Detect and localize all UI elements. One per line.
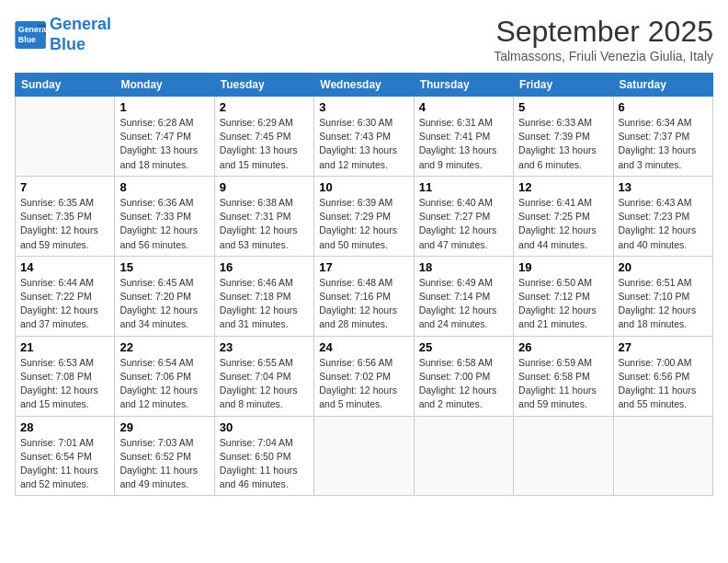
day-info: Sunrise: 6:59 AMSunset: 6:58 PMDaylight:… xyxy=(518,356,608,412)
day-info: Sunrise: 6:53 AMSunset: 7:08 PMDaylight:… xyxy=(20,356,109,412)
calendar-cell: 18Sunrise: 6:49 AMSunset: 7:14 PMDayligh… xyxy=(414,256,513,336)
day-number: 4 xyxy=(419,100,508,114)
calendar-week-2: 7Sunrise: 6:35 AMSunset: 7:35 PMDaylight… xyxy=(16,176,713,256)
day-number: 3 xyxy=(319,100,408,114)
calendar-cell: 11Sunrise: 6:40 AMSunset: 7:27 PMDayligh… xyxy=(414,176,513,256)
day-info: Sunrise: 6:40 AMSunset: 7:27 PMDaylight:… xyxy=(419,196,508,252)
calendar-cell: 19Sunrise: 6:50 AMSunset: 7:12 PMDayligh… xyxy=(514,256,613,336)
day-info: Sunrise: 6:36 AMSunset: 7:33 PMDaylight:… xyxy=(119,196,209,252)
calendar-cell: 17Sunrise: 6:48 AMSunset: 7:16 PMDayligh… xyxy=(314,256,414,336)
month-title: September 2025 xyxy=(494,15,713,49)
day-number: 30 xyxy=(220,420,309,434)
calendar-cell: 4Sunrise: 6:31 AMSunset: 7:41 PMDaylight… xyxy=(414,97,513,177)
logo-text: GeneralBlue xyxy=(50,15,111,54)
day-number: 25 xyxy=(419,340,508,354)
calendar-table: Sunday Monday Tuesday Wednesday Thursday… xyxy=(15,73,713,496)
col-saturday: Saturday xyxy=(613,74,712,97)
calendar-cell: 21Sunrise: 6:53 AMSunset: 7:08 PMDayligh… xyxy=(16,336,115,416)
day-info: Sunrise: 6:51 AMSunset: 7:10 PMDaylight:… xyxy=(619,276,708,332)
calendar-cell: 26Sunrise: 6:59 AMSunset: 6:58 PMDayligh… xyxy=(514,336,613,416)
day-number: 22 xyxy=(119,340,209,354)
calendar-cell: 13Sunrise: 6:43 AMSunset: 7:23 PMDayligh… xyxy=(613,176,712,256)
day-info: Sunrise: 6:38 AMSunset: 7:31 PMDaylight:… xyxy=(220,196,309,252)
svg-text:General: General xyxy=(18,25,48,34)
calendar-cell xyxy=(414,416,513,496)
day-number: 26 xyxy=(518,340,608,354)
day-info: Sunrise: 6:29 AMSunset: 7:45 PMDaylight:… xyxy=(220,116,309,172)
day-info: Sunrise: 6:54 AMSunset: 7:06 PMDaylight:… xyxy=(119,356,209,412)
col-wednesday: Wednesday xyxy=(314,74,414,97)
calendar-cell: 23Sunrise: 6:55 AMSunset: 7:04 PMDayligh… xyxy=(214,336,313,416)
day-number: 14 xyxy=(20,260,109,274)
day-info: Sunrise: 6:44 AMSunset: 7:22 PMDaylight:… xyxy=(20,276,109,332)
day-info: Sunrise: 6:31 AMSunset: 7:41 PMDaylight:… xyxy=(419,116,508,172)
day-number: 21 xyxy=(20,340,109,354)
calendar-cell xyxy=(16,97,115,177)
day-number: 1 xyxy=(119,100,209,114)
calendar-cell: 14Sunrise: 6:44 AMSunset: 7:22 PMDayligh… xyxy=(16,256,115,336)
day-info: Sunrise: 6:50 AMSunset: 7:12 PMDaylight:… xyxy=(518,276,608,332)
calendar-cell: 3Sunrise: 6:30 AMSunset: 7:43 PMDaylight… xyxy=(314,97,414,177)
day-number: 27 xyxy=(619,340,708,354)
day-info: Sunrise: 6:45 AMSunset: 7:20 PMDaylight:… xyxy=(119,276,209,332)
day-info: Sunrise: 7:04 AMSunset: 6:50 PMDaylight:… xyxy=(220,436,309,492)
col-tuesday: Tuesday xyxy=(214,74,313,97)
day-info: Sunrise: 6:58 AMSunset: 7:00 PMDaylight:… xyxy=(419,356,508,412)
svg-text:Blue: Blue xyxy=(18,35,36,44)
day-number: 7 xyxy=(20,180,109,194)
calendar-cell: 30Sunrise: 7:04 AMSunset: 6:50 PMDayligh… xyxy=(214,416,313,496)
day-number: 18 xyxy=(419,260,508,274)
title-section: September 2025 Talmassons, Friuli Venezi… xyxy=(494,15,713,63)
logo: General Blue GeneralBlue xyxy=(15,15,111,54)
day-number: 5 xyxy=(518,100,608,114)
day-number: 13 xyxy=(619,180,708,194)
calendar-cell: 22Sunrise: 6:54 AMSunset: 7:06 PMDayligh… xyxy=(115,336,214,416)
calendar-cell: 16Sunrise: 6:46 AMSunset: 7:18 PMDayligh… xyxy=(214,256,313,336)
day-number: 29 xyxy=(119,420,209,434)
day-info: Sunrise: 6:41 AMSunset: 7:25 PMDaylight:… xyxy=(518,196,608,252)
calendar-week-1: 1Sunrise: 6:28 AMSunset: 7:47 PMDaylight… xyxy=(16,97,713,177)
calendar-cell: 1Sunrise: 6:28 AMSunset: 7:47 PMDaylight… xyxy=(115,97,214,177)
calendar-cell: 20Sunrise: 6:51 AMSunset: 7:10 PMDayligh… xyxy=(613,256,712,336)
calendar-cell: 28Sunrise: 7:01 AMSunset: 6:54 PMDayligh… xyxy=(16,416,115,496)
day-info: Sunrise: 6:30 AMSunset: 7:43 PMDaylight:… xyxy=(319,116,408,172)
day-number: 19 xyxy=(518,260,608,274)
calendar-cell xyxy=(613,416,712,496)
day-info: Sunrise: 6:43 AMSunset: 7:23 PMDaylight:… xyxy=(619,196,708,252)
day-number: 2 xyxy=(220,100,309,114)
calendar-cell: 5Sunrise: 6:33 AMSunset: 7:39 PMDaylight… xyxy=(514,97,613,177)
day-number: 12 xyxy=(518,180,608,194)
calendar-cell: 15Sunrise: 6:45 AMSunset: 7:20 PMDayligh… xyxy=(115,256,214,336)
day-number: 20 xyxy=(619,260,708,274)
day-info: Sunrise: 6:34 AMSunset: 7:37 PMDaylight:… xyxy=(619,116,708,172)
col-thursday: Thursday xyxy=(414,74,513,97)
day-info: Sunrise: 7:00 AMSunset: 6:56 PMDaylight:… xyxy=(619,356,708,412)
location-subtitle: Talmassons, Friuli Venezia Giulia, Italy xyxy=(494,49,713,63)
day-info: Sunrise: 6:39 AMSunset: 7:29 PMDaylight:… xyxy=(319,196,408,252)
day-number: 9 xyxy=(220,180,309,194)
day-number: 8 xyxy=(119,180,209,194)
col-sunday: Sunday xyxy=(16,74,115,97)
calendar-cell xyxy=(514,416,613,496)
day-info: Sunrise: 6:55 AMSunset: 7:04 PMDaylight:… xyxy=(220,356,309,412)
calendar-cell: 27Sunrise: 7:00 AMSunset: 6:56 PMDayligh… xyxy=(613,336,712,416)
calendar-week-5: 28Sunrise: 7:01 AMSunset: 6:54 PMDayligh… xyxy=(16,416,713,496)
calendar-cell: 8Sunrise: 6:36 AMSunset: 7:33 PMDaylight… xyxy=(115,176,214,256)
day-number: 17 xyxy=(319,260,408,274)
calendar-cell: 7Sunrise: 6:35 AMSunset: 7:35 PMDaylight… xyxy=(16,176,115,256)
calendar-cell: 10Sunrise: 6:39 AMSunset: 7:29 PMDayligh… xyxy=(314,176,414,256)
day-info: Sunrise: 6:49 AMSunset: 7:14 PMDaylight:… xyxy=(419,276,508,332)
day-info: Sunrise: 6:56 AMSunset: 7:02 PMDaylight:… xyxy=(319,356,408,412)
day-info: Sunrise: 6:35 AMSunset: 7:35 PMDaylight:… xyxy=(20,196,109,252)
day-info: Sunrise: 6:46 AMSunset: 7:18 PMDaylight:… xyxy=(220,276,309,332)
calendar-cell: 29Sunrise: 7:03 AMSunset: 6:52 PMDayligh… xyxy=(115,416,214,496)
col-monday: Monday xyxy=(115,74,214,97)
day-number: 10 xyxy=(319,180,408,194)
day-number: 16 xyxy=(220,260,309,274)
col-friday: Friday xyxy=(514,74,613,97)
calendar-cell xyxy=(314,416,414,496)
calendar-week-4: 21Sunrise: 6:53 AMSunset: 7:08 PMDayligh… xyxy=(16,336,713,416)
calendar-week-3: 14Sunrise: 6:44 AMSunset: 7:22 PMDayligh… xyxy=(16,256,713,336)
calendar-cell: 25Sunrise: 6:58 AMSunset: 7:00 PMDayligh… xyxy=(414,336,513,416)
calendar-header-row: Sunday Monday Tuesday Wednesday Thursday… xyxy=(16,74,713,97)
